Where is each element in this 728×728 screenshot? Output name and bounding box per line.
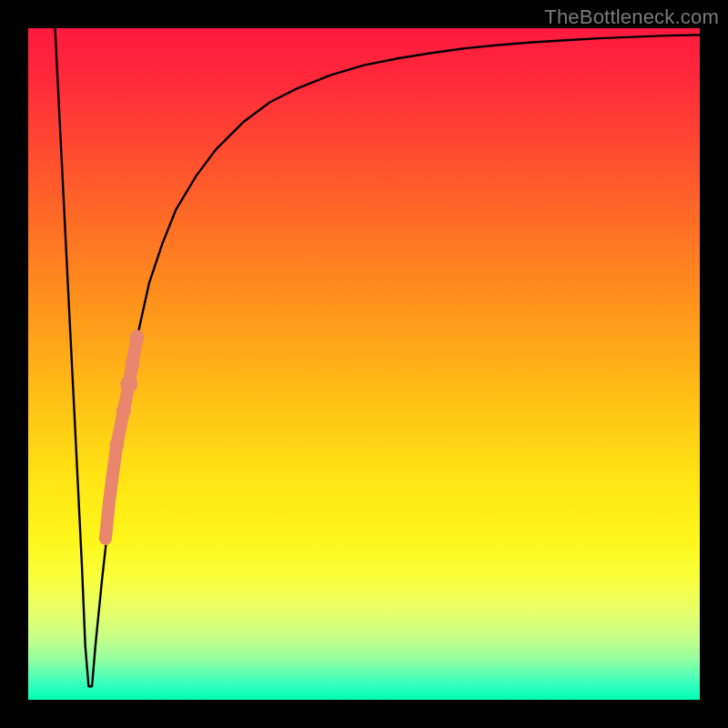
highlight-dot <box>116 404 131 419</box>
chart-frame: TheBottleneck.com <box>0 0 728 728</box>
highlight-dot <box>106 472 118 484</box>
highlight-dots <box>100 330 145 545</box>
chart-svg <box>28 28 700 700</box>
highlight-dot <box>103 500 115 511</box>
highlight-dot <box>100 533 112 545</box>
highlight-dot <box>125 357 139 371</box>
highlight-dot <box>130 330 145 345</box>
watermark-text: TheBottleneck.com <box>544 5 719 29</box>
plot-area <box>28 28 700 700</box>
highlight-dot <box>120 376 137 393</box>
highlight-dot <box>109 438 124 452</box>
bottleneck-curve <box>56 28 701 686</box>
